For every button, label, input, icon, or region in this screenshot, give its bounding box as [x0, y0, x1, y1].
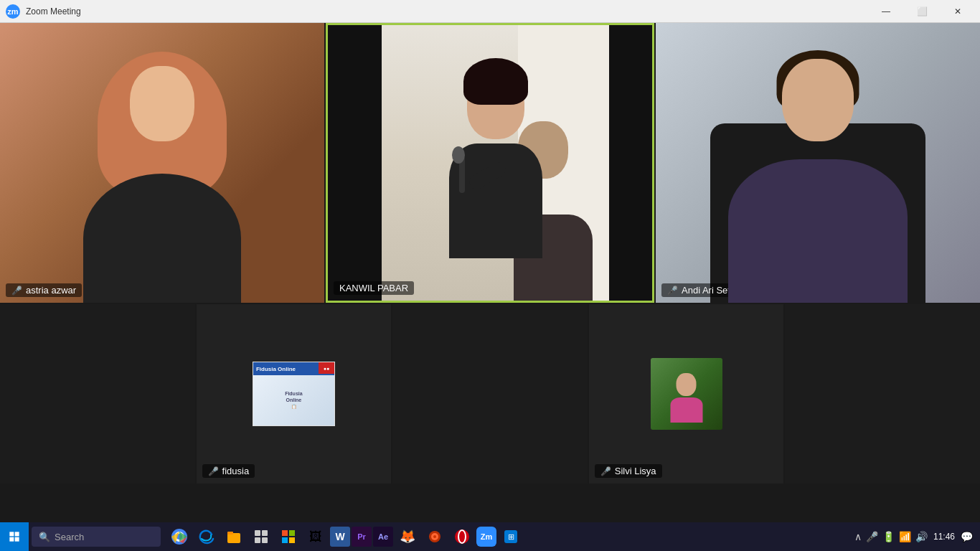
fidusia-badge: ●● [319, 362, 334, 374]
svg-rect-7 [227, 533, 240, 543]
taskbar-app-premiere[interactable]: Pr [352, 527, 372, 547]
svg-rect-12 [262, 537, 268, 543]
svg-rect-2 [9, 537, 14, 542]
svg-rect-11 [255, 537, 260, 543]
window-controls[interactable]: — ⬜ ✕ [870, 0, 974, 23]
mute-icon-andi: 🎤 [667, 286, 678, 296]
silvi-thumbnail [651, 358, 722, 430]
taskbar-app-ae[interactable]: Ae [373, 527, 393, 547]
search-icon: 🔍 [39, 532, 50, 542]
fidusia-name-label: 🎤 fidusia [202, 464, 255, 478]
microphone-icon: 🎤 [866, 531, 878, 542]
search-label: Search [55, 532, 84, 542]
taskbar-app-files[interactable] [221, 524, 247, 550]
title-bar-left: zm Zoom Meeting [6, 4, 81, 19]
astria-name-label: 🎤 astria azwar [6, 283, 82, 297]
svg-rect-13 [282, 530, 288, 536]
svg-rect-8 [227, 532, 233, 534]
empty-tile-right [785, 304, 980, 484]
astria-video [0, 23, 324, 303]
taskbar-app-windows-menu[interactable] [248, 524, 274, 550]
taskbar-app-opera[interactable] [449, 524, 475, 550]
svg-rect-16 [289, 537, 295, 543]
participant-tile-silvi[interactable]: 🎤 Silvi Lisya [589, 304, 784, 484]
wifi-icon: 📶 [899, 531, 911, 542]
participant-tile-andi[interactable]: 🎤 Andi Ari Setiawan Amrullah [656, 23, 980, 303]
fidusia-thumbnail: Fidusia Online ●● FidusiaOnline📋 [253, 362, 335, 426]
notification-icon[interactable]: 💬 [961, 531, 973, 542]
participant-tile-kanwil[interactable]: KANWIL PABAR [326, 23, 654, 303]
taskbar-app-edge[interactable] [194, 524, 220, 550]
silvi-head [677, 373, 697, 396]
participant-tile-astria[interactable]: 🎤 astria azwar [0, 23, 324, 303]
empty-tile-middle [392, 304, 588, 484]
title-bar: zm Zoom Meeting — ⬜ ✕ [0, 0, 980, 23]
taskbar-app-chrome[interactable] [166, 524, 192, 550]
taskbar-search[interactable]: 🔍 Search [32, 527, 161, 547]
windows-logo-icon [9, 531, 20, 542]
empty-tile-left [0, 304, 195, 484]
fidusia-content-area: FidusiaOnline📋 [253, 375, 334, 425]
battery-icon: 🔋 [882, 531, 895, 542]
taskbar-app-photos[interactable]: 🖼 [303, 524, 329, 550]
clock-display[interactable]: 11:46 [933, 531, 955, 543]
start-button[interactable] [0, 522, 29, 551]
kanwil-name-label: KANWIL PABAR [334, 281, 414, 295]
mute-icon-astria: 🎤 [11, 286, 22, 296]
participant-tile-fidusia[interactable]: Fidusia Online ●● FidusiaOnline📋 🎤 fidus… [197, 304, 392, 484]
taskbar-app-misc[interactable] [422, 524, 448, 550]
svg-point-19 [433, 535, 436, 538]
svg-rect-3 [15, 537, 19, 542]
kanwil-center-area [382, 25, 609, 301]
svg-rect-14 [289, 530, 295, 536]
svg-rect-0 [9, 532, 14, 536]
astria-visual [0, 23, 324, 303]
volume-icon[interactable]: 🔊 [915, 531, 928, 542]
taskbar-app-zoom[interactable]: Zm [476, 527, 496, 547]
chevron-up-icon[interactable]: ∧ [854, 531, 862, 542]
svg-rect-15 [282, 537, 288, 543]
time: 11:46 [933, 531, 955, 543]
maximize-button[interactable]: ⬜ [905, 0, 938, 23]
taskbar-app-store[interactable] [275, 524, 301, 550]
andi-video [656, 23, 980, 303]
taskbar-app-icons: 🖼 W Pr Ae 🦊 Zm ⊞ [166, 524, 524, 550]
fidusia-video: Fidusia Online ●● FidusiaOnline📋 [197, 304, 392, 484]
silvi-video [589, 304, 784, 484]
svg-rect-9 [255, 530, 260, 536]
zoom-icon: zm [6, 4, 20, 19]
zoom-meeting-content: 🎤 astria azwar [0, 23, 980, 522]
svg-rect-1 [15, 532, 19, 536]
video-grid-bottom-row: Fidusia Online ●● FidusiaOnline📋 🎤 fidus… [0, 304, 980, 484]
kanwil-video [328, 25, 652, 301]
minimize-button[interactable]: — [870, 0, 903, 23]
svg-rect-10 [262, 530, 268, 536]
silvi-figure [670, 373, 702, 423]
taskbar: 🔍 Search [0, 522, 980, 551]
taskbar-tray: ∧ 🎤 🔋 📶 🔊 11:46 💬 [854, 531, 980, 543]
close-button[interactable]: ✕ [941, 0, 974, 23]
taskbar-app-word[interactable]: W [330, 527, 350, 547]
system-tray-icons: ∧ 🎤 🔋 📶 🔊 [854, 531, 928, 542]
svg-point-20 [455, 529, 469, 544]
mute-icon-silvi: 🎤 [600, 466, 611, 476]
fidusia-header-bar: Fidusia Online ●● [253, 362, 334, 375]
mute-icon-fidusia: 🎤 [208, 466, 219, 476]
silvi-name-label: 🎤 Silvi Lisya [595, 464, 662, 478]
silvi-body [670, 397, 702, 423]
taskbar-app-uwp[interactable]: ⊞ [498, 524, 524, 550]
window-title: Zoom Meeting [26, 6, 81, 17]
svg-text:⊞: ⊞ [508, 532, 514, 541]
video-grid-top-row: 🎤 astria azwar [0, 23, 980, 303]
taskbar-app-firefox[interactable]: 🦊 [395, 524, 420, 550]
